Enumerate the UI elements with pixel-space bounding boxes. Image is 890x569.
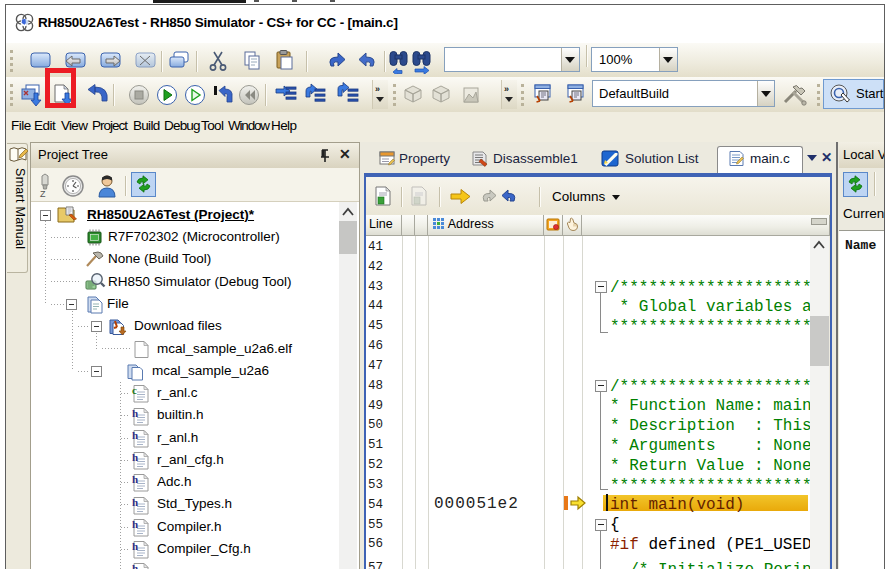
svg-text:Z: Z: [40, 189, 46, 199]
